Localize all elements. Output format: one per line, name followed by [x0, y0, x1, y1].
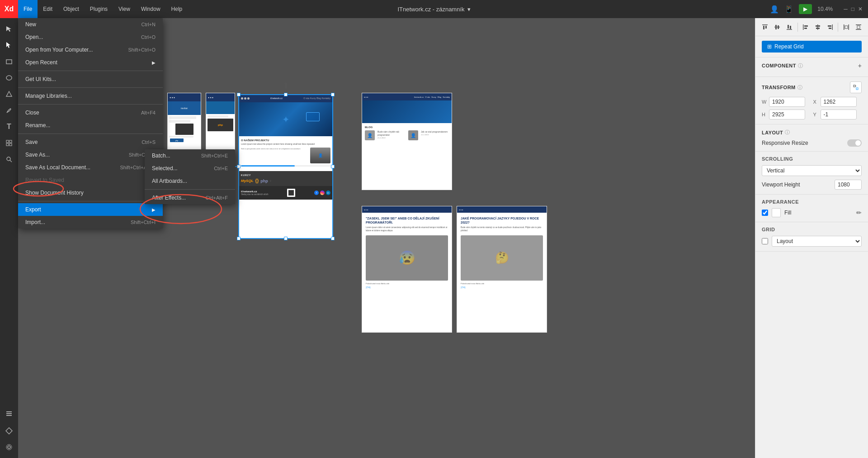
width-input[interactable]	[769, 97, 805, 107]
separator-5	[18, 201, 163, 201]
menu-bar: Xd File Edit Object Plugins View Window …	[0, 0, 868, 18]
height-input[interactable]	[769, 110, 805, 119]
align-top-icon[interactable]	[760, 21, 770, 33]
y-input[interactable]	[821, 110, 857, 119]
menu-rename[interactable]: Rename...	[18, 119, 163, 132]
menu-edit[interactable]: Edit	[38, 0, 58, 18]
pen-tool[interactable]	[2, 103, 16, 118]
transform-info-icon[interactable]: ⓘ	[797, 84, 802, 91]
align-right-icon[interactable]	[825, 21, 835, 33]
artboard-thumbnail-2: ● ● ● php	[206, 93, 235, 156]
align-vcenter-icon[interactable]	[772, 21, 783, 33]
svg-rect-10	[6, 413, 12, 414]
svg-rect-38	[856, 29, 861, 30]
menu-new[interactable]: NewCtrl+N	[18, 18, 163, 31]
layout-info-icon[interactable]: ⓘ	[785, 129, 790, 136]
pointer-tool[interactable]	[2, 38, 16, 52]
dist-v-icon[interactable]	[853, 21, 863, 33]
svg-rect-6	[6, 143, 9, 146]
menu-bar-right: 👤 📱 ▶ 10.4%	[770, 4, 840, 14]
search-tool[interactable]	[2, 152, 16, 167]
x-input[interactable]	[821, 97, 857, 107]
svg-rect-18	[765, 26, 767, 29]
menu-get-ui-kits[interactable]: Get UI Kits...	[18, 73, 163, 86]
grid-checkbox[interactable]	[762, 238, 768, 244]
menu-export[interactable]: Export▶	[18, 203, 163, 216]
menu-items: File Edit Object Plugins View Window Hel…	[18, 0, 188, 18]
dist-h-icon[interactable]	[841, 21, 851, 33]
component-info-icon[interactable]: ⓘ	[798, 62, 803, 69]
share-icon[interactable]: 👤	[770, 5, 779, 14]
export-selected[interactable]: Selected...Ctrl+E	[145, 162, 235, 175]
triangle-tool[interactable]	[2, 87, 16, 101]
close-button[interactable]: ✕	[858, 6, 863, 12]
menu-help[interactable]: Help	[166, 0, 188, 18]
assets-tool[interactable]	[2, 424, 16, 438]
menu-open-computer[interactable]: Open from Your Computer...Shift+Ctrl+O	[18, 43, 163, 56]
svg-rect-1	[6, 60, 12, 64]
upload-icon[interactable]: ⬆	[283, 81, 289, 91]
grid-type-select[interactable]: Layout	[772, 236, 862, 247]
svg-rect-5	[9, 140, 12, 143]
menu-file[interactable]: File	[18, 0, 38, 18]
responsive-resize-row: Responsive Resize	[762, 139, 862, 147]
svg-rect-25	[803, 24, 804, 30]
layers-tool[interactable]	[2, 407, 16, 422]
menu-open-recent[interactable]: Open Recent▶	[18, 56, 163, 69]
link-dimensions-icon[interactable]	[850, 81, 862, 93]
artboard-jazyky: ● ● ● JAKÉ PROGRAMOVACÍ JAZYKY POJEDOU V…	[457, 206, 547, 333]
device-icon[interactable]: 📱	[784, 5, 793, 14]
fill-color-swatch[interactable]	[772, 208, 781, 217]
right-panel: ⊞ Repeat Grid COMPONENT ⓘ + TRANSFORM ⓘ	[755, 18, 868, 458]
menu-save[interactable]: SaveCtrl+S	[18, 136, 163, 148]
eyedropper-icon[interactable]: ✏	[856, 209, 862, 216]
main-artboard: ⬆ iťnetwork.cz O nás Kurzy Blog Kontakty…	[238, 94, 333, 239]
responsive-label: Responsive Resize	[762, 140, 808, 146]
component-tool[interactable]	[2, 136, 16, 150]
responsive-toggle[interactable]	[847, 139, 862, 147]
svg-rect-22	[787, 29, 792, 30]
export-after-effects[interactable]: After Effects...Ctrl+Alt+F	[145, 191, 235, 204]
svg-rect-31	[832, 24, 833, 30]
title-dropdown[interactable]: ▾	[467, 6, 471, 13]
menu-object[interactable]: Object	[58, 0, 85, 18]
document-title: ITnetwork.cz - záznamník	[397, 6, 464, 13]
menu-window[interactable]: Window	[136, 0, 166, 18]
ellipse-tool[interactable]	[2, 71, 16, 85]
selection-tool[interactable]	[2, 22, 16, 36]
svg-rect-4	[6, 140, 9, 143]
export-batch[interactable]: Batch...Shift+Ctrl+E	[145, 149, 235, 162]
menu-manage-libraries[interactable]: Manage Libraries...	[18, 90, 163, 102]
menu-view[interactable]: View	[113, 0, 136, 18]
scrolling-section: SCROLLING Vertical Viewport Height	[755, 152, 868, 195]
repeat-grid-button[interactable]: ⊞ Repeat Grid	[762, 41, 862, 52]
menu-import[interactable]: Import...Shift+Ctrl+I	[18, 216, 163, 229]
scrolling-select[interactable]: Vertical	[762, 165, 862, 176]
text-tool[interactable]: T	[2, 119, 16, 134]
menu-revert[interactable]: Revert to Saved	[18, 174, 163, 186]
menu-save-as[interactable]: Save As...Shift+Ctrl+S	[18, 148, 163, 161]
component-add-icon[interactable]: +	[858, 62, 862, 69]
menu-history[interactable]: Show Document History	[18, 186, 163, 199]
menu-open[interactable]: Open...Ctrl+O	[18, 31, 163, 43]
fill-checkbox[interactable]	[762, 210, 768, 216]
viewport-height-input[interactable]	[835, 180, 862, 190]
y-label: Y	[813, 112, 819, 117]
layout-section: LAYOUT ⓘ Responsive Resize	[755, 124, 868, 152]
menu-close[interactable]: CloseAlt+F4	[18, 106, 163, 119]
minimize-button[interactable]: ─	[844, 6, 848, 12]
align-bottom-icon[interactable]	[784, 21, 795, 33]
svg-rect-32	[828, 25, 831, 27]
align-hcenter-icon[interactable]	[813, 21, 823, 33]
menu-plugins[interactable]: Plugins	[85, 0, 113, 18]
title-bar: ITnetwork.cz - záznamník ▾	[397, 6, 470, 13]
align-left-icon[interactable]	[801, 21, 811, 33]
menu-save-local[interactable]: Save As Local Document...Shift+Ctrl+Alt+…	[18, 161, 163, 174]
maximize-button[interactable]: □	[851, 6, 854, 12]
play-button[interactable]: ▶	[799, 4, 812, 14]
svg-rect-33	[829, 28, 831, 29]
svg-rect-21	[778, 25, 779, 29]
rectangle-tool[interactable]	[2, 54, 16, 69]
plugins-tool[interactable]	[2, 440, 16, 454]
export-all-artboards[interactable]: All Artboards...	[145, 175, 235, 187]
